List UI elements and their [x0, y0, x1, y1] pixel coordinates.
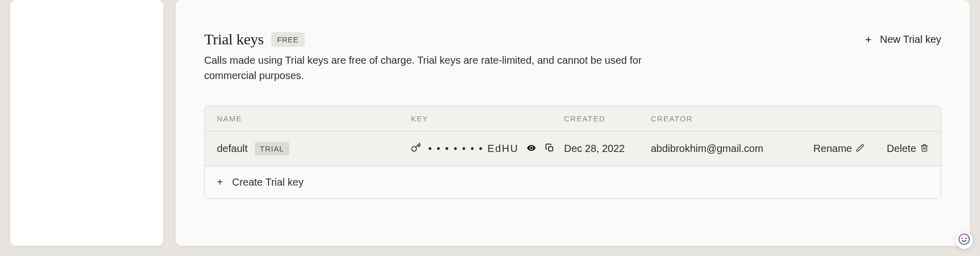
svg-rect-0 — [549, 147, 553, 151]
new-key-label: New Trial key — [880, 34, 941, 45]
rename-button[interactable]: Rename — [814, 143, 865, 155]
delete-label: Delete — [887, 143, 916, 155]
key-created-date: Dec 28, 2022 — [564, 143, 651, 155]
sidebar-panel — [10, 0, 163, 246]
column-header-creator: CREATOR — [651, 114, 794, 123]
rename-label: Rename — [814, 143, 852, 155]
plus-icon: + — [217, 176, 223, 188]
column-header-key: KEY — [411, 114, 564, 123]
section-title: Trial keys — [204, 31, 264, 48]
smiley-icon — [957, 232, 971, 248]
svg-point-5 — [965, 238, 966, 239]
trial-badge: TRIAL — [255, 142, 289, 156]
section-description: Calls made using Trial keys are free of … — [204, 53, 653, 83]
key-creator: abdibrokhim@gmail.com — [651, 143, 794, 155]
column-header-created: CREATED — [564, 114, 651, 123]
table-row: default TRIAL • • • • • • • EdHU — [205, 132, 941, 166]
eye-icon — [527, 143, 536, 154]
reveal-key-button[interactable] — [526, 142, 537, 155]
create-trial-key-button[interactable]: + Create Trial key — [217, 176, 304, 188]
trash-icon — [920, 143, 928, 155]
plus-icon: + — [865, 34, 872, 45]
key-icon — [411, 142, 421, 155]
create-key-label: Create Trial key — [232, 176, 304, 188]
pencil-icon — [856, 143, 864, 155]
key-value-masked: • • • • • • • EdHU — [428, 143, 519, 155]
key-name: default — [217, 143, 248, 155]
new-trial-key-button[interactable]: + New Trial key — [865, 31, 941, 48]
svg-point-4 — [962, 238, 963, 239]
table-header-row: NAME KEY CREATED CREATOR — [205, 106, 941, 132]
delete-button[interactable]: Delete — [887, 143, 928, 155]
free-badge: FREE — [271, 32, 305, 47]
copy-icon — [545, 143, 554, 154]
column-header-name: NAME — [217, 114, 411, 123]
svg-point-3 — [959, 234, 969, 244]
help-widget-button[interactable] — [955, 232, 973, 249]
main-content: Trial keys FREE + New Trial key Calls ma… — [176, 0, 970, 246]
trial-keys-table: NAME KEY CREATED CREATOR default TRIAL — [204, 106, 941, 199]
copy-key-button[interactable] — [544, 142, 555, 155]
